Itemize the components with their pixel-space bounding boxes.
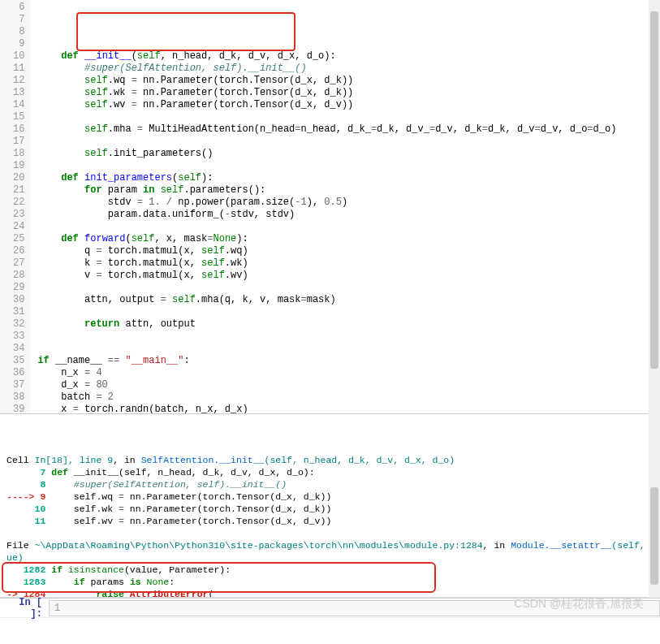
code-line[interactable]: def forward(self, x, mask=None): bbox=[37, 233, 660, 245]
line-number: 12 bbox=[13, 75, 24, 87]
cell-input[interactable]: 1 bbox=[49, 600, 660, 616]
line-number: 14 bbox=[13, 99, 24, 111]
cell-prompt: In [ ]: bbox=[0, 597, 49, 620]
code-line[interactable]: self.wq = nn.Parameter(torch.Tensor(d_x,… bbox=[37, 75, 660, 87]
line-number: 28 bbox=[13, 270, 24, 282]
output-line: 11 self.wv = nn.Parameter(torch.Tensor(d… bbox=[6, 515, 654, 527]
code-line[interactable] bbox=[37, 306, 660, 318]
line-number: 16 bbox=[13, 123, 24, 136]
code-line[interactable]: batch = 2 bbox=[37, 391, 660, 404]
line-number: 27 bbox=[13, 257, 24, 270]
editor-scrollbar[interactable] bbox=[649, 0, 660, 414]
line-number: 23 bbox=[13, 209, 24, 221]
code-line[interactable]: stdv = 1. / np.power(param.size(-1), 0.5… bbox=[37, 197, 660, 209]
line-number: 15 bbox=[13, 111, 24, 123]
code-line[interactable]: x = torch.randn(batch, n_x, d_x) bbox=[37, 404, 660, 414]
line-number: 10 bbox=[13, 50, 24, 63]
code-line[interactable]: n_x = 4 bbox=[37, 367, 660, 379]
line-number: 21 bbox=[13, 184, 24, 197]
scrollbar-thumb[interactable] bbox=[650, 487, 658, 585]
line-number: 39 bbox=[13, 404, 24, 414]
code-line[interactable] bbox=[37, 111, 660, 123]
line-number: 26 bbox=[13, 245, 24, 257]
code-line[interactable]: self.wv = nn.Parameter(torch.Tensor(d_x,… bbox=[37, 99, 660, 111]
code-line[interactable] bbox=[37, 136, 660, 148]
code-line[interactable]: q = torch.matmul(x, self.wq) bbox=[37, 245, 660, 257]
line-number: 25 bbox=[13, 233, 24, 245]
bottom-bar bbox=[0, 617, 660, 633]
code-line[interactable]: k = torch.matmul(x, self.wk) bbox=[37, 257, 660, 270]
line-number: 18 bbox=[13, 148, 24, 160]
line-number: 35 bbox=[13, 355, 24, 367]
input-cell: In [ ]: 1 bbox=[0, 598, 660, 617]
code-line[interactable]: v = torch.matmul(x, self.wv) bbox=[37, 270, 660, 282]
output-panel[interactable]: Cell In[18], line 9, in SelfAttention.__… bbox=[0, 414, 660, 598]
code-line[interactable]: for param in self.parameters(): bbox=[37, 184, 660, 197]
line-number: 19 bbox=[13, 160, 24, 172]
output-line: 1283 if params is None: bbox=[6, 576, 654, 588]
code-line[interactable]: self.init_parameters() bbox=[37, 148, 660, 160]
code-line[interactable]: attn, output = self.mha(q, k, v, mask=ma… bbox=[37, 294, 660, 306]
line-number: 22 bbox=[13, 197, 24, 209]
code-editor[interactable]: 6789101112131415161718192021222324252627… bbox=[0, 0, 660, 414]
line-number: 17 bbox=[13, 136, 24, 148]
line-number: 9 bbox=[13, 38, 24, 50]
code-line[interactable]: def init_parameters(self): bbox=[37, 172, 660, 184]
code-line[interactable]: d_x = 80 bbox=[37, 379, 660, 391]
code-line[interactable]: #super(SelfAttention, self).__init__() bbox=[37, 63, 660, 75]
output-line: 7 def __init__(self, n_head, d_k, d_v, d… bbox=[6, 466, 654, 478]
output-line: 8 #super(SelfAttention, self).__init__() bbox=[6, 478, 654, 491]
code-line[interactable] bbox=[37, 331, 660, 343]
output-line: 10 self.wk = nn.Parameter(torch.Tensor(d… bbox=[6, 503, 654, 515]
line-number: 6 bbox=[13, 2, 24, 14]
output-line: ue) bbox=[6, 551, 654, 564]
line-number: 30 bbox=[13, 294, 24, 306]
code-line[interactable] bbox=[37, 282, 660, 294]
output-line: Cell In[18], line 9, in SelfAttention.__… bbox=[6, 454, 654, 466]
code-line[interactable]: param.data.uniform_(-stdv, stdv) bbox=[37, 209, 660, 221]
line-number: 38 bbox=[13, 391, 24, 404]
line-number: 24 bbox=[13, 221, 24, 233]
line-number: 37 bbox=[13, 379, 24, 391]
line-number: 33 bbox=[13, 331, 24, 343]
output-line: -> 1284 raise AttributeError( bbox=[6, 588, 654, 598]
code-line[interactable]: self.wk = nn.Parameter(torch.Tensor(d_x,… bbox=[37, 87, 660, 99]
output-line bbox=[6, 442, 654, 454]
code-line[interactable] bbox=[37, 221, 660, 233]
code-content[interactable]: def __init__(self, n_head, d_k, d_v, d_x… bbox=[31, 0, 660, 413]
line-number: 36 bbox=[13, 367, 24, 379]
scrollbar-thumb[interactable] bbox=[650, 11, 658, 369]
line-number: 34 bbox=[13, 343, 24, 355]
output-line: ----> 9 self.wq = nn.Parameter(torch.Ten… bbox=[6, 491, 654, 503]
line-number: 8 bbox=[13, 26, 24, 38]
code-line[interactable]: def __init__(self, n_head, d_k, d_v, d_x… bbox=[37, 50, 660, 63]
line-number: 11 bbox=[13, 63, 24, 75]
output-line: 1282 if isinstance(value, Parameter): bbox=[6, 564, 654, 576]
output-scrollbar[interactable] bbox=[649, 414, 660, 598]
line-number: 13 bbox=[13, 87, 24, 99]
code-line[interactable]: if __name__ == "__main__": bbox=[37, 355, 660, 367]
code-line[interactable]: return attn, output bbox=[37, 318, 660, 331]
line-number: 32 bbox=[13, 318, 24, 331]
code-line[interactable] bbox=[37, 343, 660, 355]
line-number: 7 bbox=[13, 14, 24, 26]
code-line[interactable]: self.mha = MultiHeadAttention(n_head=n_h… bbox=[37, 123, 660, 136]
code-line[interactable] bbox=[37, 160, 660, 172]
line-number-gutter: 6789101112131415161718192021222324252627… bbox=[0, 0, 31, 413]
line-number: 29 bbox=[13, 282, 24, 294]
output-line: File ~\AppData\Roaming\Python\Python310\… bbox=[6, 539, 654, 551]
code-line[interactable] bbox=[37, 38, 660, 50]
output-line bbox=[6, 527, 654, 539]
line-number: 31 bbox=[13, 306, 24, 318]
line-number: 20 bbox=[13, 172, 24, 184]
